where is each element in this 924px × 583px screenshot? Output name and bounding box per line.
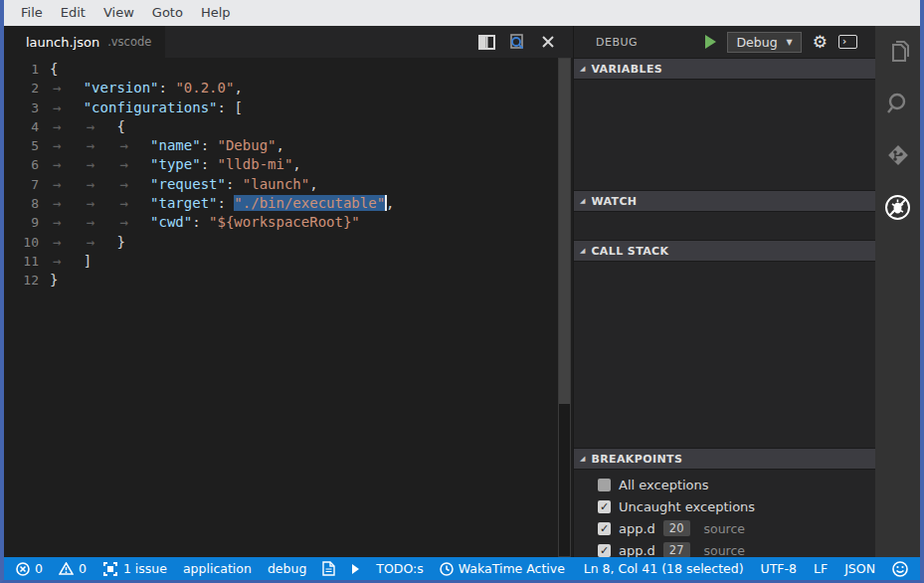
editor-scrollbar-thumb[interactable] <box>559 59 570 404</box>
line-number: 3 <box>4 98 50 117</box>
play-small-status-item[interactable] <box>351 563 360 575</box>
git-icon[interactable] <box>884 141 912 169</box>
status-item-label: debug <box>268 561 306 576</box>
status-item[interactable]: debug <box>268 561 306 576</box>
collapse-twistie-icon: ◢ <box>580 455 585 463</box>
section-breakpoints: ◢BREAKPOINTSAll exceptions✓Uncaught exce… <box>574 448 875 561</box>
open-preview-icon[interactable] <box>508 33 526 51</box>
configure-gear-icon[interactable]: ⚙ <box>813 34 828 51</box>
tab-whitespace-arrow: → <box>84 136 117 155</box>
code-line[interactable]: 10→→} <box>4 233 573 252</box>
code-line[interactable]: 11→] <box>4 252 573 271</box>
status-item[interactable]: Ln 8, Col 41 (18 selected) <box>584 561 744 576</box>
menu-item-file[interactable]: File <box>12 0 52 26</box>
menu-item-goto[interactable]: Goto <box>143 0 192 26</box>
code-line[interactable]: 5→→→"name": "Debug", <box>4 136 573 155</box>
code-line[interactable]: 2→"version": "0.2.0", <box>4 79 573 97</box>
menu-item-edit[interactable]: Edit <box>52 0 94 26</box>
section-header-callstack[interactable]: ◢CALL STACK <box>574 240 875 262</box>
section-label: WATCH <box>591 195 637 208</box>
line-content: →"configurations": [ <box>50 98 243 117</box>
debug-icon[interactable] <box>884 193 912 221</box>
tab-whitespace-arrow: → <box>50 233 84 252</box>
clock-status-item[interactable]: WakaTime Active <box>440 561 565 576</box>
code-line[interactable]: 6→→→"type": "lldb-mi", <box>4 155 573 174</box>
line-number: 8 <box>4 194 50 213</box>
json-punctuation: { <box>50 61 58 77</box>
checkbox-checked[interactable]: ✓ <box>598 500 611 513</box>
checkbox-unchecked[interactable] <box>598 479 611 491</box>
code-editor[interactable]: 1{2→"version": "0.2.0",3→"configurations… <box>4 58 573 557</box>
line-number: 11 <box>4 252 50 271</box>
status-item-label: 0 <box>79 561 87 576</box>
checkbox-checked[interactable]: ✓ <box>598 544 611 557</box>
json-string: "Debug" <box>218 137 277 153</box>
status-item[interactable]: UTF-8 <box>761 561 797 576</box>
json-string: "0.2.0" <box>175 80 234 96</box>
section-header-watch[interactable]: ◢WATCH <box>574 190 875 212</box>
status-item-label: WakaTime Active <box>459 561 565 576</box>
tab-whitespace-arrow: → <box>50 252 84 271</box>
json-punctuation: : [ <box>218 99 243 115</box>
debug-config-dropdown[interactable]: Debug ▼ <box>727 32 801 53</box>
tab-whitespace-arrow: → <box>84 155 117 174</box>
status-item[interactable]: JSON <box>844 561 875 576</box>
line-number: 9 <box>4 213 50 232</box>
warning-icon <box>59 562 74 575</box>
breakpoint-source-label: source <box>704 543 746 558</box>
editor-actions <box>477 33 573 51</box>
json-punctuation: , <box>386 195 394 211</box>
line-number: 4 <box>4 117 50 136</box>
editor-scrollbar[interactable] <box>558 58 571 557</box>
breakpoint-row[interactable]: ✓Uncaught exceptions <box>574 495 875 517</box>
split-editor-icon[interactable] <box>477 33 495 51</box>
code-area[interactable]: 1{2→"version": "0.2.0",3→"configurations… <box>4 60 573 557</box>
tab-whitespace-arrow: → <box>50 194 84 213</box>
code-line[interactable]: 1{ <box>4 60 573 79</box>
start-debug-button[interactable] <box>705 35 716 49</box>
issue-icon <box>102 561 118 577</box>
breakpoint-label: All exceptions <box>619 478 709 492</box>
breakpoint-row[interactable]: ✓app.d20source <box>574 517 875 539</box>
status-item-label: 1 issue <box>123 561 167 576</box>
file-status-item[interactable] <box>322 561 335 576</box>
warning-status-item[interactable]: 0 <box>59 561 87 576</box>
line-content: →→→"target": "./bin/executable", <box>50 194 395 213</box>
menu-item-view[interactable]: View <box>94 0 143 26</box>
section-header-breakpoints[interactable]: ◢BREAKPOINTS <box>574 448 875 470</box>
tab-whitespace-arrow: → <box>50 98 84 117</box>
debug-console-icon[interactable]: › <box>838 35 857 49</box>
code-line[interactable]: 3→"configurations": [ <box>4 98 573 117</box>
status-item[interactable]: TODO:s <box>376 561 423 576</box>
code-line[interactable]: 8→→→"target": "./bin/executable", <box>4 194 573 213</box>
search-icon[interactable] <box>884 90 912 117</box>
tab-launch-json[interactable]: launch.json .vscode <box>4 26 165 58</box>
tab-file-name: launch.json <box>26 35 99 50</box>
close-editor-icon[interactable] <box>539 33 557 51</box>
json-punctuation: ] <box>84 253 92 269</box>
code-line[interactable]: 12} <box>4 271 573 290</box>
code-line[interactable]: 9→→→"cwd": "${workspaceRoot}" <box>4 213 573 232</box>
code-line[interactable]: 4→→{ <box>4 117 573 136</box>
code-line[interactable]: 7→→→"request": "launch", <box>4 175 573 194</box>
smiley-status-item[interactable] <box>892 561 908 577</box>
json-key: "type" <box>150 156 201 172</box>
section-header-variables[interactable]: ◢VARIABLES <box>574 58 875 80</box>
error-status-item[interactable]: 0 <box>16 561 43 576</box>
issue-status-item[interactable]: 1 issue <box>102 561 167 577</box>
breakpoint-row[interactable]: All exceptions <box>574 474 875 495</box>
section-body-watch <box>574 212 875 240</box>
line-number: 12 <box>4 271 50 290</box>
menu-item-help[interactable]: Help <box>192 0 240 26</box>
json-punctuation: } <box>116 234 124 250</box>
collapse-twistie-icon: ◢ <box>580 247 585 255</box>
status-item[interactable]: LF <box>814 561 828 576</box>
tab-whitespace-arrow: → <box>50 79 84 97</box>
files-icon[interactable] <box>884 38 912 66</box>
checkbox-checked[interactable]: ✓ <box>598 522 611 535</box>
tab-whitespace-arrow: → <box>84 194 117 213</box>
status-item-label: LF <box>814 561 828 576</box>
json-key: "target" <box>150 195 217 211</box>
status-item[interactable]: application <box>183 561 252 576</box>
tab-whitespace-arrow: → <box>116 194 150 213</box>
